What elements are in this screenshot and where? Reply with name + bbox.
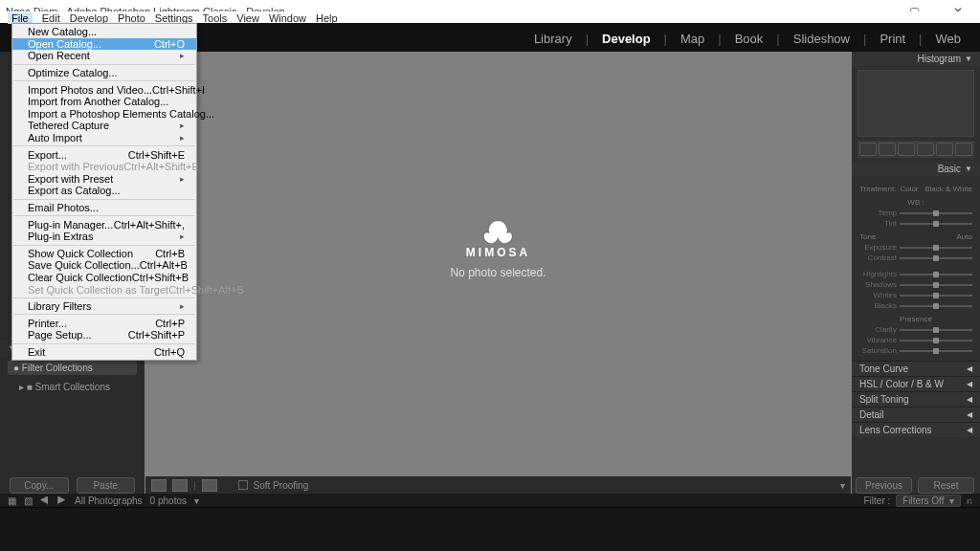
filter-lock-icon[interactable]: ⎌	[967, 496, 972, 506]
file-menu-item[interactable]: New Catalog...	[12, 26, 196, 38]
nav-prev-icon[interactable]: ⯇	[40, 496, 50, 506]
file-menu-item[interactable]: Plug-in Extras▸	[12, 231, 196, 243]
module-web[interactable]: Web	[930, 32, 968, 46]
slider-contrast[interactable]: Contrast	[859, 253, 972, 262]
menu-help[interactable]: Help	[316, 12, 338, 24]
module-library[interactable]: Library	[528, 32, 578, 46]
basic-header[interactable]: Basic▼	[852, 162, 980, 176]
copy-button[interactable]: Copy...	[10, 477, 69, 494]
filter-dropdown[interactable]: Filters Off ▾	[896, 495, 961, 507]
slider-temp[interactable]: Temp	[859, 209, 972, 217]
previous-button[interactable]: Previous	[856, 477, 912, 494]
tool-strip[interactable]	[858, 141, 974, 158]
no-photo-message: No photo selected.	[450, 266, 546, 279]
file-menu-item[interactable]: Page Setup...Ctrl+Shift+P	[12, 329, 196, 342]
filmstrip[interactable]	[0, 507, 980, 551]
file-menu-item[interactable]: Import Photos and Video...Ctrl+Shift+I	[12, 83, 196, 96]
module-slideshow[interactable]: Slideshow	[788, 32, 856, 46]
histogram-header[interactable]: Histogram▼	[852, 52, 980, 66]
file-menu-item[interactable]: Clear Quick CollectionCtrl+Shift+B	[12, 272, 196, 284]
section-split-toning[interactable]: Split Toning◀	[852, 391, 980, 407]
module-book[interactable]: Book	[729, 32, 769, 46]
right-panel: Histogram▼ Basic▼ Treatment:Color Black …	[852, 52, 980, 494]
slider-exposure[interactable]: Exposure	[859, 243, 972, 252]
grid-icon[interactable]: ▦	[8, 496, 16, 506]
view-mode-compare-icon[interactable]	[202, 479, 217, 492]
section-lens[interactable]: Lens Corrections◀	[852, 422, 980, 437]
slider-blacks[interactable]: Blacks	[859, 301, 972, 310]
photo-count: 0 photos	[150, 496, 187, 506]
file-menu-item[interactable]: Open Recent▸	[12, 50, 196, 62]
slider-tint[interactable]: Tint	[859, 219, 972, 228]
module-develop[interactable]: Develop	[596, 32, 657, 46]
view-mode-loupe-icon[interactable]	[151, 479, 167, 492]
slider-highlights[interactable]: Highlights	[859, 270, 972, 278]
filmstrip-info-bar: ▦ ▧ ⯇ ⯈ All Photographs 0 photos ▾ Filte…	[0, 494, 980, 507]
soft-proof-checkbox[interactable]	[238, 480, 248, 490]
basic-panel: Treatment:Color Black & White WB : Temp …	[852, 176, 980, 361]
menu-window[interactable]: Window	[269, 12, 306, 24]
source-label[interactable]: All Photographs	[75, 496, 143, 506]
histogram-display	[858, 70, 974, 137]
file-menu-item[interactable]: ExitCtrl+Q	[12, 346, 196, 359]
file-menu-item[interactable]: Set Quick Collection as TargetCtrl+Shift…	[12, 283, 196, 296]
view-mode-before-after-icon[interactable]	[172, 479, 188, 492]
file-menu-item[interactable]: Export...Ctrl+Shift+E	[12, 148, 196, 161]
file-menu-item[interactable]: Export as Catalog...	[12, 185, 196, 197]
paste-button[interactable]: Paste	[77, 477, 136, 494]
menu-tools[interactable]: Tools	[203, 12, 228, 24]
file-menu-item[interactable]: Import from Another Catalog...	[12, 96, 196, 108]
file-menu-item[interactable]: Library Filters▸	[12, 300, 196, 313]
second-window-icon[interactable]: ▧	[24, 496, 33, 506]
slider-clarity[interactable]: Clarity	[859, 325, 972, 334]
section-hsl[interactable]: HSL / Color / B & W◀	[852, 376, 980, 391]
section-detail[interactable]: Detail◀	[852, 407, 980, 422]
reset-button[interactable]: Reset	[918, 477, 974, 494]
file-menu-item[interactable]: Open Catalog...Ctrl+O	[12, 38, 196, 51]
module-print[interactable]: Print	[874, 32, 911, 46]
file-menu-dropdown: New Catalog...Open Catalog...Ctrl+OOpen …	[11, 23, 197, 361]
preview-canvas: MIMOSA No photo selected.	[145, 52, 852, 494]
file-menu-item[interactable]: Tethered Capture▸	[12, 120, 196, 132]
file-menu-item[interactable]: Import a Photoshop Elements Catalog...	[12, 108, 196, 121]
file-menu-item[interactable]: Plug-in Manager...Ctrl+Alt+Shift+,	[12, 218, 196, 231]
nav-next-icon[interactable]: ⯈	[57, 496, 67, 506]
soft-proof-label: Soft Proofing	[254, 480, 309, 491]
file-menu-item[interactable]: Optimize Catalog...	[12, 67, 196, 79]
smart-collections-item[interactable]: ▸ ■ Smart Collections	[0, 379, 145, 395]
file-menu-item[interactable]: Show Quick CollectionCtrl+B	[12, 248, 196, 260]
filter-label: Filter :	[864, 496, 891, 506]
file-menu-item[interactable]: Email Photos...	[12, 202, 196, 214]
toolbar-dropdown-icon[interactable]: ▾	[840, 480, 845, 491]
slider-shadows[interactable]: Shadows	[859, 280, 972, 289]
watermark-logo: MIMOSA	[466, 219, 530, 259]
file-menu-item[interactable]: Printer...Ctrl+P	[12, 317, 196, 329]
file-menu-item[interactable]: Export with Preset▸	[12, 173, 196, 186]
slider-whites[interactable]: Whites	[859, 291, 972, 299]
canvas-toolbar: | Soft Proofing ▾	[145, 476, 851, 494]
slider-saturation[interactable]: Saturation	[859, 346, 972, 355]
file-menu-item[interactable]: Export with PreviousCtrl+Alt+Shift+E	[12, 161, 196, 173]
filter-collections-input[interactable]: ● Filter Collections	[8, 361, 137, 375]
menu-view[interactable]: View	[236, 12, 259, 24]
file-menu-item[interactable]: Save Quick Collection...Ctrl+Alt+B	[12, 259, 196, 272]
section-tone-curve[interactable]: Tone Curve◀	[852, 361, 980, 376]
module-map[interactable]: Map	[675, 32, 710, 46]
slider-vibrance[interactable]: Vibrance	[859, 336, 972, 344]
file-menu-item[interactable]: Auto Import▸	[12, 132, 196, 144]
